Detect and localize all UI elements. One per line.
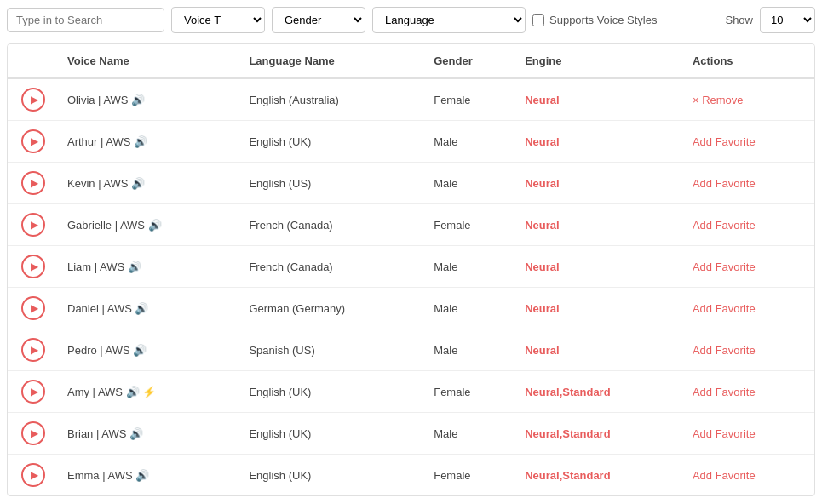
language-name-cell: French (Canada) [240,246,425,288]
table-row: Gabrielle | AWS 🔊French (Canada)FemaleNe… [8,204,814,246]
voice-name-cell: Liam | AWS 🔊 [59,246,240,288]
gender-cell: Male [425,163,516,204]
play-button[interactable] [21,213,45,237]
language-name-cell: English (US) [240,163,425,204]
show-select[interactable]: 10 [760,7,815,33]
add-favorite-button[interactable]: Add Favorite [693,261,756,273]
play-cell [8,371,59,413]
engine-label: Neural [525,261,559,273]
gender-cell: Male [425,121,516,163]
action-cell: Add Favorite [684,413,814,455]
play-button[interactable] [21,171,45,195]
col-play [8,44,59,78]
play-button[interactable] [21,421,45,445]
show-label: Show [725,14,753,26]
table-row: Kevin | AWS 🔊English (US)MaleNeuralAdd F… [8,163,814,204]
engine-cell: Neural,Standard [516,371,684,413]
col-engine: Engine [516,44,684,78]
language-name-cell: German (Germany) [240,288,425,329]
language-name-cell: Spanish (US) [240,329,425,371]
supports-voice-styles-checkbox[interactable] [532,14,544,26]
add-favorite-button[interactable]: Add Favorite [693,344,756,357]
voices-table-container: Voice Name Language Name Gender Engine A… [7,43,815,496]
play-button[interactable] [21,338,45,362]
voice-name-text: Daniel | AWS 🔊 [67,302,148,315]
play-button[interactable] [21,296,45,320]
gender-cell: Female [425,204,516,246]
play-cell [8,121,59,163]
play-button[interactable] [21,463,45,487]
supports-voice-styles-label: Supports Voice Styles [549,14,657,26]
play-button[interactable] [21,255,45,278]
table-row: Amy | AWS 🔊 ⚡English (UK)FemaleNeural,St… [8,371,814,413]
play-button[interactable] [21,380,45,404]
add-favorite-button[interactable]: Add Favorite [693,427,756,440]
table-row: Brian | AWS 🔊English (UK)MaleNeural,Stan… [8,413,814,455]
voice-name-cell: Pedro | AWS 🔊 [59,329,240,371]
action-cell: Add Favorite [684,204,814,246]
language-name-cell: English (UK) [240,455,425,496]
voice-name-text: Pedro | AWS 🔊 [67,344,147,357]
add-favorite-button[interactable]: Add Favorite [693,177,756,190]
table-header-row: Voice Name Language Name Gender Engine A… [8,44,814,78]
table-row: Arthur | AWS 🔊English (UK)MaleNeuralAdd … [8,121,814,163]
action-cell: Add Favorite [684,455,814,496]
voice-name-text: Liam | AWS 🔊 [67,261,141,273]
engine-cell: Neural [516,329,684,371]
voice-name-text: Emma | AWS 🔊 [67,469,149,482]
gender-cell: Male [425,329,516,371]
language-name-cell: English (UK) [240,413,425,455]
engine-cell: Neural [516,163,684,204]
engine-cell: Neural [516,204,684,246]
table-row: Pedro | AWS 🔊Spanish (US)MaleNeuralAdd F… [8,329,814,371]
voice-name-cell: Emma | AWS 🔊 [59,455,240,496]
engine-label: Neural [525,135,559,148]
voices-table: Voice Name Language Name Gender Engine A… [8,44,814,495]
search-input[interactable] [7,8,164,32]
play-cell [8,163,59,204]
action-cell: Add Favorite [684,163,814,204]
gender-cell: Female [425,371,516,413]
play-button[interactable] [21,88,45,112]
supports-voice-styles-checkbox-label[interactable]: Supports Voice Styles [532,14,657,26]
engine-label: Neural [525,302,559,315]
voice-name-text: Amy | AWS 🔊 ⚡ [67,386,156,398]
voice-type-select[interactable]: Voice T [171,7,265,33]
language-name-cell: French (Canada) [240,204,425,246]
voice-name-text: Brian | AWS 🔊 [67,427,143,440]
engine-cell: Neural [516,246,684,288]
col-voice-name: Voice Name [59,44,240,78]
add-favorite-button[interactable]: Add Favorite [693,219,756,232]
add-favorite-button[interactable]: Add Favorite [693,302,756,315]
action-cell: Add Favorite [684,371,814,413]
voice-name-cell: Kevin | AWS 🔊 [59,163,240,204]
add-favorite-button[interactable]: Add Favorite [693,135,756,148]
play-cell [8,329,59,371]
play-cell [8,413,59,455]
gender-cell: Male [425,288,516,329]
add-favorite-button[interactable]: Add Favorite [693,386,756,398]
remove-button[interactable]: Remove [693,94,744,106]
language-name-cell: English (UK) [240,121,425,163]
table-row: Liam | AWS 🔊French (Canada)MaleNeuralAdd… [8,246,814,288]
voice-name-cell: Daniel | AWS 🔊 [59,288,240,329]
toolbar: Voice T Gender Language Supports Voice S… [7,7,815,33]
voice-name-text: Arthur | AWS 🔊 [67,135,147,148]
voice-name-cell: Brian | AWS 🔊 [59,413,240,455]
gender-cell: Male [425,413,516,455]
play-button[interactable] [21,129,45,153]
play-cell [8,288,59,329]
language-select[interactable]: Language [372,7,526,33]
engine-label: Neural [525,94,559,106]
action-cell: Add Favorite [684,121,814,163]
voice-name-text: Kevin | AWS 🔊 [67,177,145,190]
add-favorite-button[interactable]: Add Favorite [693,469,756,482]
action-cell: Add Favorite [684,329,814,371]
action-cell: Add Favorite [684,246,814,288]
voice-name-cell: Amy | AWS 🔊 ⚡ [59,371,240,413]
engine-label: Neural,Standard [525,427,610,440]
action-cell: Remove [684,78,814,121]
engine-label: Neural [525,344,559,357]
language-name-cell: English (Australia) [240,78,425,121]
gender-select[interactable]: Gender [272,7,365,33]
